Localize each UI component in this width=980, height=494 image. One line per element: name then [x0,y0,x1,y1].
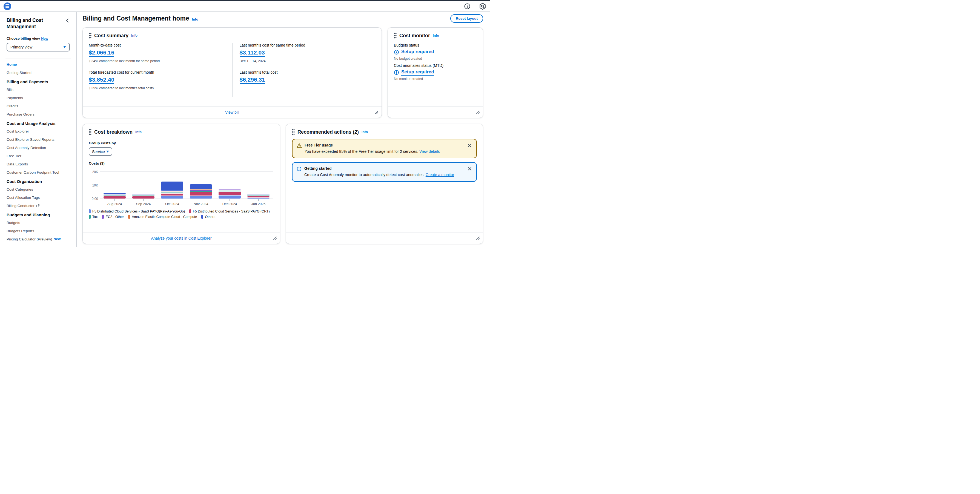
legend-item-f5-distributed-cloud-services-saas-payg-pay-as-you-go[interactable]: F5 Distributed Cloud Services - SaaS PAY… [89,209,185,213]
bar-segment-ec2-other[interactable] [161,192,183,192]
sidebar-item-purchase-orders[interactable]: Purchase Orders [6,110,70,119]
bar-segment-ec2-other[interactable] [219,189,241,190]
analyze-costs-link[interactable]: Analyze your costs in Cost Explorer [151,236,212,240]
drag-handle-icon[interactable] [394,33,396,39]
bar-segment-ec2-other[interactable] [132,195,155,195]
cost-monitor-info-link[interactable]: Info [433,34,439,38]
bar-segment-f5-distributed-cloud-services-saas-payg-pay-as-you-go[interactable] [219,195,241,199]
chevron-left-icon[interactable] [65,18,70,24]
resize-handle-icon[interactable] [274,236,277,241]
bar-segment-others[interactable] [247,194,270,194]
bar-segment-others[interactable] [190,184,212,189]
bar-segment-f5-distributed-cloud-services-saas-payg-crt[interactable] [103,196,126,199]
sidebar-item-label: Credits [6,104,18,108]
sidebar-item-budgets-reports[interactable]: Budgets Reports [6,227,70,235]
sidebar-item-getting-started[interactable]: Getting Started [6,69,70,77]
legend-item-tax[interactable]: Tax [89,215,97,219]
bar-jan-2025[interactable] [247,194,270,199]
create-monitor-link[interactable]: Create a monitor [426,173,454,177]
bar-segment-amazon-elastic-compute-cloud-compute[interactable] [190,189,212,190]
bar-oct-2024[interactable] [161,181,183,199]
resize-handle-icon[interactable] [375,110,378,115]
metric-value-link[interactable]: $6,296.31 [240,76,265,84]
close-icon[interactable] [467,166,472,172]
legend-item-f5-distributed-cloud-services-saas-payg-crt[interactable]: F5 Distributed Cloud Services - SaaS PAY… [189,209,270,213]
sidebar-item-cost-categories[interactable]: Cost Categories [6,185,70,194]
billing-view-select[interactable]: Primary view [6,43,70,51]
bar-nov-2024[interactable] [190,184,212,199]
view-bill-link[interactable]: View bill [225,110,239,114]
recommended-actions-info-link[interactable]: Info [361,130,368,134]
bar-segment-ec2-other[interactable] [247,195,270,195]
cost-breakdown-info-link[interactable]: Info [135,130,142,134]
metric-value-link[interactable]: $2,066.16 [89,49,114,57]
hamburger-menu-button[interactable] [3,2,11,10]
page-title-row: Billing and Cost Management home Info Re… [83,14,483,23]
bar-segment-f5-distributed-cloud-services-saas-payg-pay-as-you-go[interactable] [161,196,183,199]
anomalies-setup-row[interactable]: Setup required [394,69,477,76]
sidebar-item-credits[interactable]: Credits [6,102,70,110]
bar-segment-f5-distributed-cloud-services-saas-payg-crt[interactable] [219,192,241,195]
view-details-link[interactable]: View details [419,149,440,154]
sidebar-item-cost-explorer-saved-reports[interactable]: Cost Explorer Saved Reports [6,135,70,144]
bar-segment-amazon-elastic-compute-cloud-compute[interactable] [161,191,183,191]
sidebar-item-pricing-calculator-preview[interactable]: Pricing Calculator (Preview)New [6,235,70,243]
legend-label: F5 Distributed Cloud Services - SaaS PAY… [193,210,270,213]
resize-handle-icon[interactable] [476,236,480,241]
sidebar-item-label: Cost Explorer [6,129,29,133]
close-icon[interactable] [467,143,472,149]
bar-segment-ec2-other[interactable] [190,190,212,191]
bar-segment-f5-distributed-cloud-services-saas-payg-crt[interactable] [161,194,183,195]
new-badge[interactable]: New [41,37,48,41]
bar-segment-tax[interactable] [132,195,155,196]
sidebar-item-cost-allocation-tags[interactable]: Cost Allocation Tags [6,194,70,202]
legend-item-ec2-other[interactable]: EC2 - Other [102,215,124,219]
sidebar-item-budgets[interactable]: Budgets [6,219,70,227]
bar-segment-f5-distributed-cloud-services-saas-payg-pay-as-you-go[interactable] [190,196,212,199]
bar-segment-f5-distributed-cloud-services-saas-payg-pay-as-you-go[interactable] [247,198,270,199]
bar-segment-others[interactable] [161,181,183,191]
bar-segment-tax[interactable] [247,195,270,196]
legend-item-others[interactable]: Others [201,215,215,219]
legend-item-amazon-elastic-compute-cloud-compute[interactable]: Amazon Elastic Compute Cloud - Compute [128,215,197,219]
reset-layout-button[interactable]: Reset layout [450,14,483,23]
group-by-select[interactable]: Service [89,147,112,156]
drag-handle-icon[interactable] [89,33,91,39]
bar-dec-2024[interactable] [219,189,241,199]
hexagon-q-icon[interactable] [479,3,486,10]
sidebar-item-home[interactable]: Home [6,60,70,69]
sidebar-item-billing-conductor[interactable]: Billing Conductor [6,202,70,210]
bar-segment-tax[interactable] [103,195,126,196]
sidebar-item-free-tier[interactable]: Free Tier [6,152,70,160]
metric-value-link[interactable]: $3,852.40 [89,76,114,84]
info-circle-icon[interactable] [464,3,471,10]
bar-sep-2024[interactable] [132,194,155,199]
budgets-setup-row[interactable]: Setup required [394,49,477,55]
sidebar-nav: HomeGetting StartedBilling and PaymentsB… [6,60,70,243]
chart-legend: F5 Distributed Cloud Services - SaaS PAY… [89,209,274,219]
sidebar-item-payments[interactable]: Payments [6,94,70,102]
drag-handle-icon[interactable] [292,129,295,135]
sidebar-item-bills[interactable]: Bills [6,86,70,94]
drag-handle-icon[interactable] [89,129,91,135]
sidebar-item-data-exports[interactable]: Data Exports [6,160,70,168]
sidebar-item-customer-carbon-footprint-tool[interactable]: Customer Carbon Footprint Tool [6,168,70,176]
bar-segment-ec2-other[interactable] [103,195,126,195]
sidebar-section-cost-organization: Cost Organization [6,176,70,185]
bar-segment-f5-distributed-cloud-services-saas-payg-crt[interactable] [247,196,270,197]
bar-segment-tax[interactable] [161,192,183,193]
bar-segment-f5-distributed-cloud-services-saas-payg-crt[interactable] [190,192,212,195]
cost-summary-info-link[interactable]: Info [131,34,137,38]
metric-value-link[interactable]: $3,112.03 [240,49,265,57]
bar-segment-others[interactable] [132,194,155,194]
bar-aug-2024[interactable] [103,193,126,199]
bar-segment-tax[interactable] [190,191,212,192]
resize-handle-icon[interactable] [476,110,480,115]
sidebar-item-cost-anomaly-detection[interactable]: Cost Anomaly Detection [6,144,70,152]
free-tier-usage-alert: Free Tier usage You have exceeded 85% of… [292,139,477,158]
bar-segment-others[interactable] [103,193,126,194]
page-info-link[interactable]: Info [192,17,198,21]
bar-segment-f5-distributed-cloud-services-saas-payg-crt[interactable] [132,196,155,199]
bar-segment-tax[interactable] [219,191,241,191]
sidebar-item-cost-explorer[interactable]: Cost Explorer [6,127,70,135]
